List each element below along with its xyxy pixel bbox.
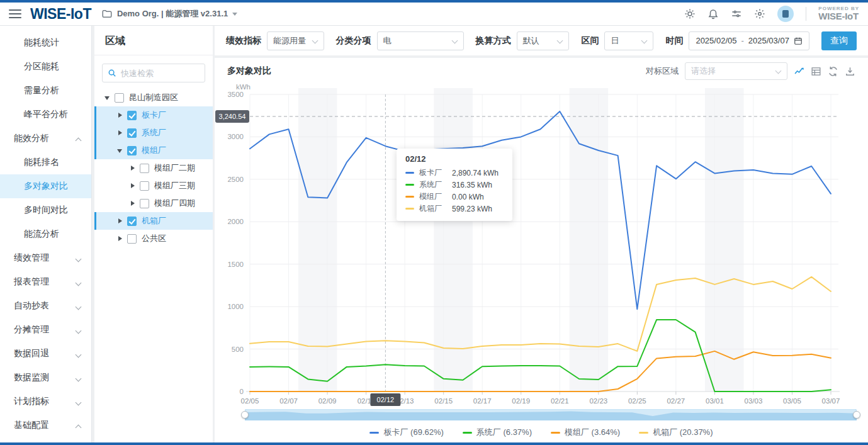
sidebar-item-label: 能效分析 <box>14 133 49 144</box>
sidebar-item-计划指标[interactable]: 计划指标 <box>0 390 91 414</box>
sidebar-item-峰平谷分析[interactable]: 峰平谷分析 <box>0 103 91 127</box>
sidebar-item-需量分析[interactable]: 需量分析 <box>0 79 91 103</box>
checkbox-checked[interactable] <box>127 111 137 120</box>
tree-node-label: 机箱厂 <box>142 215 166 227</box>
tree-node-label: 系统厂 <box>142 127 166 138</box>
caret-right-icon[interactable] <box>130 165 136 171</box>
user-avatar[interactable] <box>777 6 794 22</box>
tree-node-模组厂三期[interactable]: 模组厂三期 <box>94 177 213 194</box>
tooltip-series-value: 599.23 kWh <box>452 205 492 213</box>
svg-text:02/23: 02/23 <box>589 397 607 405</box>
sidebar-item-能流分析[interactable]: 能流分析 <box>0 222 91 246</box>
svg-text:03/01: 03/01 <box>706 397 724 405</box>
tree-node-模组厂[interactable]: 模组厂 <box>94 142 213 159</box>
gear-icon[interactable] <box>754 8 765 20</box>
sidebar-item-自动抄表[interactable]: 自动抄表 <box>0 294 91 318</box>
sidebar-item-报表管理[interactable]: 报表管理 <box>0 270 91 294</box>
tree-node-模组厂二期[interactable]: 模组厂二期 <box>94 159 213 177</box>
time-label: 时间 <box>665 35 683 47</box>
legend-item-机箱厂 (20.37%)[interactable]: 机箱厂 (20.37%) <box>639 427 713 438</box>
svg-text:03/07: 03/07 <box>822 397 840 405</box>
sidebar-item-分区能耗[interactable]: 分区能耗 <box>0 55 91 79</box>
chart-card-header: 多对象对比 对标区域 请选择 <box>215 58 868 84</box>
checkbox-checked[interactable] <box>127 128 137 138</box>
tooltip-series-value: 2,890.74 kWh <box>452 169 499 177</box>
tree-node-label: 公共区 <box>142 233 166 244</box>
tree-node-label: 模组厂 <box>142 145 166 156</box>
caret-down-icon[interactable] <box>117 147 123 154</box>
data-zoom-handle-left[interactable] <box>241 411 249 419</box>
tree-node-昆山制造园区[interactable]: 昆山制造园区 <box>94 89 213 106</box>
sidebar-item-能耗排名[interactable]: 能耗排名 <box>0 150 91 174</box>
tree-node-机箱厂[interactable]: 机箱厂 <box>94 212 213 230</box>
checkbox-checked[interactable] <box>127 146 137 155</box>
data-zoom-handle-right[interactable] <box>853 411 860 419</box>
checkbox-unchecked[interactable] <box>127 234 137 244</box>
table-view-icon[interactable] <box>811 66 821 77</box>
benchmark-select[interactable]: 请选择 <box>685 62 787 80</box>
legend-item-板卡厂 (69.62%)[interactable]: 板卡厂 (69.62%) <box>369 427 443 438</box>
category-select-value: 电 <box>383 35 392 47</box>
caret-down-icon[interactable] <box>104 94 111 101</box>
chart-legend: 板卡厂 (69.62%)系统厂 (6.37%)模组厂 (3.64%)机箱厂 (2… <box>215 427 868 438</box>
tooltip-series-dash <box>405 184 414 186</box>
x-axis-labels: 02/0502/0702/0902/1102/1302/1502/1702/19… <box>241 397 840 405</box>
interval-select[interactable]: 日 <box>604 31 653 50</box>
caret-right-icon[interactable] <box>117 112 123 118</box>
svg-text:02/17: 02/17 <box>473 397 492 405</box>
download-icon[interactable] <box>845 66 855 77</box>
caret-right-icon[interactable] <box>130 183 136 189</box>
legend-dash <box>639 432 648 434</box>
sidebar-item-能效分析[interactable]: 能效分析 <box>0 127 91 150</box>
tree-search-input[interactable] <box>121 69 200 78</box>
category-select[interactable]: 电 <box>377 31 464 50</box>
kpi-select[interactable]: 能源用量 <box>267 31 324 50</box>
checkbox-checked[interactable] <box>127 217 137 226</box>
sidebar-item-分摊管理[interactable]: 分摊管理 <box>0 318 91 342</box>
legend-item-模组厂 (3.64%)[interactable]: 模组厂 (3.64%) <box>551 427 620 438</box>
sidebar-item-多时间对比[interactable]: 多时间对比 <box>0 198 91 222</box>
tree-search-box[interactable] <box>102 64 205 82</box>
hamburger-menu-icon[interactable] <box>9 9 21 18</box>
checkbox-unchecked[interactable] <box>115 93 124 103</box>
caret-right-icon[interactable] <box>130 200 136 206</box>
tree-node-系统厂[interactable]: 系统厂 <box>94 124 213 142</box>
refresh-icon[interactable] <box>828 66 838 77</box>
kpi-label: 绩效指标 <box>226 35 261 47</box>
svg-text:02/19: 02/19 <box>512 397 530 405</box>
tree-node-模组厂四期[interactable]: 模组厂四期 <box>94 194 213 212</box>
tree-node-板卡厂[interactable]: 板卡厂 <box>94 106 213 124</box>
sidebar-item-多对象对比[interactable]: 多对象对比 <box>0 174 91 198</box>
settings-sliders-icon[interactable] <box>731 8 742 20</box>
y-axis-labels: 0500100015002000250030003500 <box>227 91 244 395</box>
sidebar-item-数据监测[interactable]: 数据监测 <box>0 366 91 390</box>
checkbox-unchecked[interactable] <box>140 181 149 191</box>
sidebar-item-能耗统计[interactable]: 能耗统计 <box>0 31 91 55</box>
query-button[interactable]: 查询 <box>821 31 857 50</box>
date-range-start: 2025/02/05 <box>696 36 736 45</box>
org-selector[interactable]: Demo Org. | 能源管理 v2.31.1 <box>101 8 237 20</box>
conversion-select[interactable]: 默认 <box>517 31 570 50</box>
notifications-bell-icon[interactable] <box>707 8 719 20</box>
tooltip-series-value: 0.00 kWh <box>452 193 484 201</box>
legend-label: 板卡厂 (69.62%) <box>383 427 443 438</box>
checkbox-unchecked[interactable] <box>140 199 149 208</box>
sidebar-item-label: 能耗排名 <box>24 157 59 168</box>
caret-right-icon[interactable] <box>117 218 123 224</box>
tree-node-公共区[interactable]: 公共区 <box>94 230 213 247</box>
sidebar-item-基础配置[interactable]: 基础配置 <box>0 414 91 437</box>
data-zoom-slider[interactable] <box>245 409 857 420</box>
date-range-separator: - <box>741 36 743 45</box>
sidebar-item-绩效管理[interactable]: 绩效管理 <box>0 246 91 270</box>
caret-right-icon[interactable] <box>117 130 123 136</box>
tooltip-date: 02/12 <box>405 154 504 164</box>
legend-item-系统厂 (6.37%)[interactable]: 系统厂 (6.37%) <box>463 427 532 438</box>
checkbox-unchecked[interactable] <box>140 164 149 173</box>
theme-icon[interactable] <box>684 8 696 20</box>
line-chart-view-icon[interactable] <box>794 66 804 77</box>
caret-right-icon[interactable] <box>117 235 123 242</box>
chart-tooltip: 02/12 板卡厂2,890.74 kWh系统厂316.35 kWh模组厂0.0… <box>397 149 512 221</box>
date-range-picker[interactable]: 2025/02/05 - 2025/03/07 <box>689 31 809 50</box>
sidebar-item-数据回退[interactable]: 数据回退 <box>0 342 91 366</box>
sidebar-item-label: 分区能耗 <box>24 61 59 72</box>
